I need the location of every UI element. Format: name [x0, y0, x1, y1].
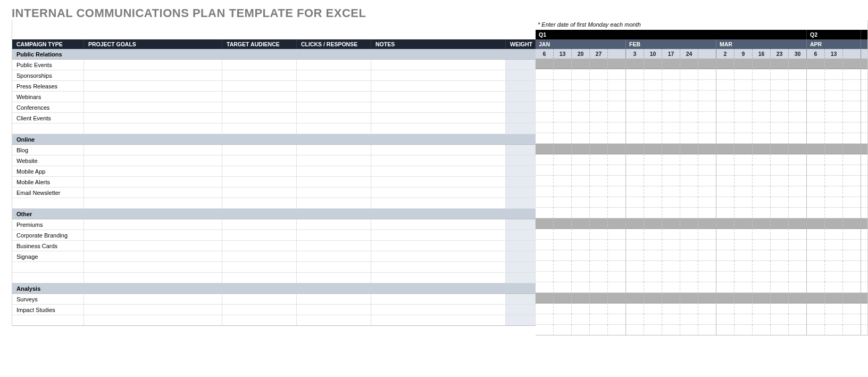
cell-goals[interactable]: [84, 241, 222, 251]
timeline-cell[interactable]: [626, 229, 644, 240]
cell-goals[interactable]: [84, 92, 222, 102]
timeline-cell[interactable]: [554, 293, 572, 304]
cell-target[interactable]: [222, 315, 297, 325]
cell-target[interactable]: [222, 155, 297, 166]
timeline-cell[interactable]: [807, 144, 825, 154]
timeline-cell[interactable]: [716, 314, 735, 325]
timeline-cell[interactable]: [644, 186, 662, 197]
timeline-cell[interactable]: [807, 325, 825, 335]
cell-campaign[interactable]: Premiums: [12, 219, 84, 230]
timeline-cell[interactable]: [807, 293, 825, 304]
timeline-cell[interactable]: [735, 112, 753, 122]
timeline-cell[interactable]: [825, 91, 843, 101]
timeline-cell[interactable]: [662, 101, 680, 112]
timeline-cell[interactable]: [843, 59, 861, 69]
timeline-cell[interactable]: [572, 261, 590, 272]
timeline-cell[interactable]: [753, 165, 771, 176]
timeline-cell[interactable]: [554, 304, 572, 314]
timeline-cell[interactable]: [590, 112, 608, 122]
timeline-cell[interactable]: [735, 293, 753, 304]
timeline-cell[interactable]: [662, 272, 680, 282]
timeline-cell[interactable]: [572, 250, 590, 261]
timeline-cell[interactable]: [572, 304, 590, 314]
timeline-cell[interactable]: [807, 80, 825, 91]
cell-goals[interactable]: [84, 166, 222, 176]
timeline-cell[interactable]: [735, 91, 753, 101]
timeline-cell[interactable]: [626, 69, 644, 80]
cell-weight[interactable]: [506, 305, 536, 315]
timeline-cell[interactable]: [662, 229, 680, 240]
cell-weight[interactable]: [506, 60, 536, 70]
timeline-cell[interactable]: [644, 282, 662, 293]
timeline-cell[interactable]: [590, 59, 608, 69]
timeline-cell[interactable]: [843, 325, 861, 335]
timeline-cell[interactable]: [698, 229, 716, 240]
timeline-cell[interactable]: [536, 282, 554, 293]
timeline-cell[interactable]: [662, 250, 680, 261]
timeline-cell[interactable]: [554, 133, 572, 144]
timeline-cell[interactable]: [789, 304, 807, 314]
timeline-cell[interactable]: [680, 59, 698, 69]
timeline-cell[interactable]: [698, 133, 716, 144]
timeline-cell[interactable]: [789, 282, 807, 293]
cell-campaign[interactable]: Press Releases: [12, 81, 84, 91]
timeline-cell[interactable]: [789, 144, 807, 154]
timeline-cell[interactable]: [608, 218, 626, 229]
timeline-cell[interactable]: [825, 165, 843, 176]
cell-goals[interactable]: [84, 262, 222, 272]
timeline-cell[interactable]: [825, 314, 843, 325]
timeline-cell[interactable]: [554, 325, 572, 335]
timeline-cell[interactable]: [753, 112, 771, 122]
cell-goals[interactable]: [84, 251, 222, 261]
timeline-cell[interactable]: [572, 176, 590, 186]
timeline-cell[interactable]: [771, 293, 789, 304]
timeline-cell[interactable]: [662, 282, 680, 293]
timeline-cell[interactable]: [608, 272, 626, 282]
timeline-cell[interactable]: [680, 282, 698, 293]
timeline-cell[interactable]: [590, 293, 608, 304]
timeline-cell[interactable]: [662, 208, 680, 218]
timeline-cell[interactable]: [753, 59, 771, 69]
timeline-cell[interactable]: [807, 304, 825, 314]
timeline-cell[interactable]: [626, 240, 644, 250]
cell-clicks[interactable]: [297, 230, 371, 240]
timeline-cell[interactable]: [644, 69, 662, 80]
timeline-cell[interactable]: [716, 101, 735, 112]
cell-notes[interactable]: [371, 113, 506, 123]
cell-weight[interactable]: [506, 294, 536, 304]
timeline-cell[interactable]: [590, 325, 608, 335]
timeline-cell[interactable]: [807, 133, 825, 144]
timeline-cell[interactable]: [662, 144, 680, 154]
timeline-cell[interactable]: [536, 208, 554, 218]
cell-notes[interactable]: [371, 198, 506, 208]
cell-weight[interactable]: [506, 262, 536, 272]
cell-clicks[interactable]: [297, 124, 371, 134]
cell-goals[interactable]: [84, 70, 222, 80]
cell-target[interactable]: [222, 102, 297, 112]
timeline-cell[interactable]: [644, 144, 662, 154]
cell-clicks[interactable]: [297, 81, 371, 91]
timeline-cell[interactable]: [626, 144, 644, 154]
timeline-cell[interactable]: [608, 282, 626, 293]
timeline-cell[interactable]: [807, 186, 825, 197]
cell-weight[interactable]: [506, 177, 536, 187]
timeline-cell[interactable]: [662, 91, 680, 101]
timeline-cell[interactable]: [807, 59, 825, 69]
timeline-cell[interactable]: [626, 325, 644, 335]
timeline-cell[interactable]: [716, 261, 735, 272]
timeline-cell[interactable]: [680, 314, 698, 325]
timeline-cell[interactable]: [789, 154, 807, 165]
timeline-cell[interactable]: [716, 165, 735, 176]
timeline-cell[interactable]: [536, 304, 554, 314]
timeline-cell[interactable]: [753, 144, 771, 154]
cell-clicks[interactable]: [297, 92, 371, 102]
cell-campaign[interactable]: Webinars: [12, 92, 84, 102]
timeline-cell[interactable]: [843, 293, 861, 304]
timeline-cell[interactable]: [753, 80, 771, 91]
timeline-cell[interactable]: [590, 314, 608, 325]
timeline-cell[interactable]: [554, 69, 572, 80]
timeline-cell[interactable]: [626, 197, 644, 208]
timeline-cell[interactable]: [843, 261, 861, 272]
timeline-cell[interactable]: [644, 122, 662, 133]
timeline-cell[interactable]: [590, 154, 608, 165]
